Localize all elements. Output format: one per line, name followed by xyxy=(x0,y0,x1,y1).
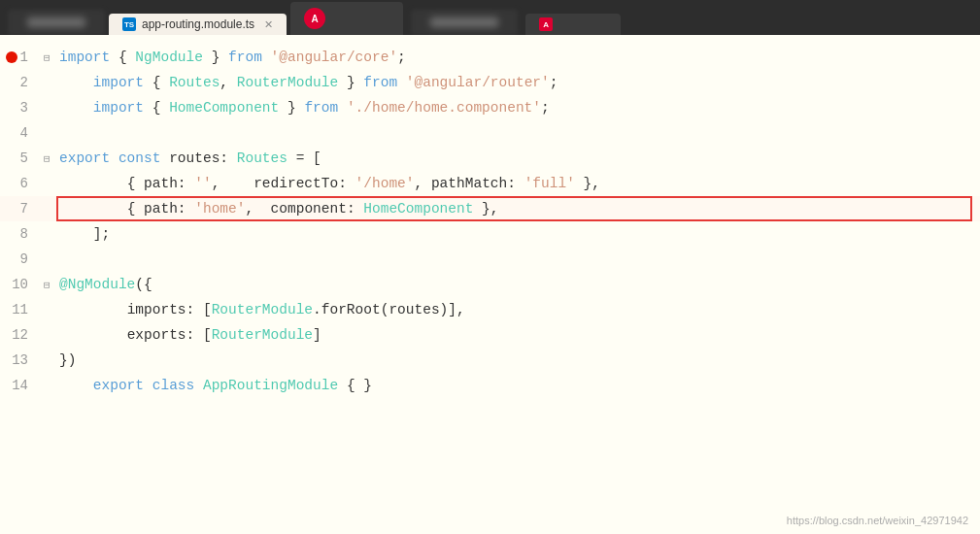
code-line-10: 10 ⊟ @NgModule({ xyxy=(0,272,980,297)
code-line-2: 2 import { Routes, RouterModule } from '… xyxy=(0,70,980,95)
code-content-3: import { HomeComponent } from './home/ho… xyxy=(59,95,980,120)
code-line-3: 3 import { HomeComponent } from './home/… xyxy=(0,95,980,120)
tab-blurred-1[interactable] xyxy=(8,10,105,35)
code-line-13: 13 }) xyxy=(0,348,980,373)
code-content-5: export const routes: Routes = [ xyxy=(59,146,980,171)
code-content-9 xyxy=(59,247,980,272)
line-number-12: 12 xyxy=(0,327,44,343)
fold-icon-10[interactable]: ⊟ xyxy=(44,279,59,291)
code-line-14: 14 export class AppRoutingModule { } xyxy=(0,373,980,398)
code-line-12: 12 exports: [RouterModule] xyxy=(0,322,980,348)
code-content-10: @NgModule({ xyxy=(59,272,980,297)
line-number-7: 7 xyxy=(0,201,44,217)
code-line-5: 5 ⊟ export const routes: Routes = [ xyxy=(0,146,980,171)
line-number-5: 5 xyxy=(0,150,44,166)
code-line-9: 9 xyxy=(0,247,980,272)
line-number-6: 6 xyxy=(0,176,44,191)
title-bar: TS app-routing.module.ts ✕ A A xyxy=(0,0,980,35)
tab-blurred-2[interactable] xyxy=(411,10,518,35)
code-content-14: export class AppRoutingModule { } xyxy=(59,373,980,398)
typescript-icon: TS xyxy=(122,17,136,31)
line-number-4: 4 xyxy=(0,125,44,141)
angular-icon-2: A xyxy=(539,17,553,31)
tab-angular-2[interactable]: A xyxy=(525,14,621,35)
breakpoint-indicator xyxy=(6,51,17,63)
line-number-9: 9 xyxy=(0,251,44,267)
code-content-11: imports: [RouterModule.forRoot(routes)], xyxy=(59,297,980,322)
watermark: https://blog.csdn.net/weixin_42971942 xyxy=(787,515,968,526)
code-content-7: { path: 'home', component: HomeComponent… xyxy=(59,196,980,221)
code-line-4: 4 xyxy=(0,120,980,146)
line-number-8: 8 xyxy=(0,226,44,242)
code-content-8: ]; xyxy=(59,221,980,247)
line-number-13: 13 xyxy=(0,352,44,368)
fold-icon-1[interactable]: ⊟ xyxy=(44,51,59,64)
code-content-13: }) xyxy=(59,348,980,373)
editor-area: 1 ⊟ import { NgModule } from '@angular/c… xyxy=(0,35,980,534)
fold-icon-5[interactable]: ⊟ xyxy=(44,152,59,165)
tab-label-app-routing: app-routing.module.ts xyxy=(142,17,254,31)
code-line-7: 7 { path: 'home', component: HomeCompone… xyxy=(0,196,980,221)
close-icon[interactable]: ✕ xyxy=(264,18,273,31)
code-content-12: exports: [RouterModule] xyxy=(59,322,980,348)
code-content-2: import { Routes, RouterModule } from '@a… xyxy=(59,70,980,95)
code-line-6: 6 { path: '', redirectTo: '/home', pathM… xyxy=(0,171,980,196)
tab-bar: TS app-routing.module.ts ✕ A A xyxy=(8,0,621,35)
line-number-3: 3 xyxy=(0,100,44,116)
angular-icon: A xyxy=(304,8,325,29)
code-content-6: { path: '', redirectTo: '/home', pathMat… xyxy=(59,171,980,196)
line-number-2: 2 xyxy=(0,75,44,90)
code-content-4 xyxy=(59,120,980,146)
tab-angular-1[interactable]: A xyxy=(290,2,403,35)
line-number-14: 14 xyxy=(0,378,44,393)
code-line-1: 1 ⊟ import { NgModule } from '@angular/c… xyxy=(0,45,980,70)
line-number-11: 11 xyxy=(0,302,44,317)
line-number-10: 10 xyxy=(0,277,44,292)
tab-label-angular-1 xyxy=(331,6,389,31)
code-content-1: import { NgModule } from '@angular/core'… xyxy=(59,45,980,70)
tab-app-routing[interactable]: TS app-routing.module.ts ✕ xyxy=(109,14,287,35)
code-line-8: 8 ]; xyxy=(0,221,980,247)
code-line-11: 11 imports: [RouterModule.forRoot(routes… xyxy=(0,297,980,322)
